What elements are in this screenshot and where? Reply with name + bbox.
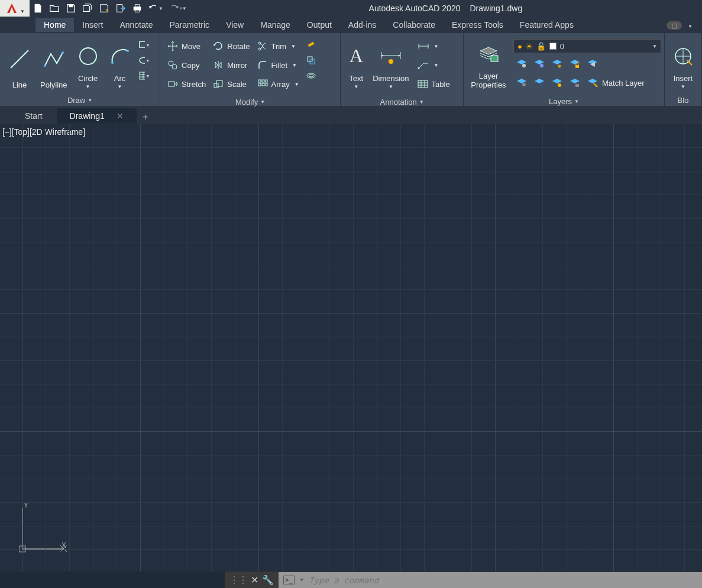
panel-annotation-title[interactable]: Annotation▼ <box>341 97 463 106</box>
scale-button[interactable]: Scale <box>211 76 252 92</box>
fillet-button[interactable]: Fillet▼ <box>255 57 302 73</box>
customize-icon[interactable]: 🔧 <box>262 574 274 586</box>
svg-point-19 <box>172 64 177 69</box>
tab-featured-apps[interactable]: Featured Apps <box>512 18 582 32</box>
new-icon[interactable] <box>30 0 46 17</box>
grip-icon[interactable]: ⋮⋮ <box>229 574 247 586</box>
saveas-icon[interactable] <box>96 0 112 17</box>
layer-lock-icon[interactable] <box>569 58 581 70</box>
viewport-label[interactable]: [–][Top][2D Wireframe] <box>2 127 85 137</box>
layer-uniso-icon[interactable] <box>533 77 545 89</box>
erase-icon[interactable] <box>305 39 317 51</box>
ellipse-icon[interactable]: ▼ <box>138 54 150 66</box>
svg-rect-44 <box>418 80 428 88</box>
stretch-button[interactable]: Stretch <box>165 76 208 92</box>
move-button[interactable]: Move <box>165 38 208 54</box>
print-icon[interactable] <box>129 0 145 17</box>
panel-layers-title[interactable]: Layers▼ <box>464 96 664 106</box>
layer-properties-button[interactable]: LayerProperties <box>467 35 510 92</box>
tab-express-tools[interactable]: Express Tools <box>444 18 512 32</box>
layer-properties-icon <box>477 38 500 72</box>
new-tab-button[interactable]: + <box>138 111 153 124</box>
save-icon[interactable] <box>63 0 79 17</box>
arc-button[interactable]: Arc ▼ <box>104 35 136 92</box>
layer-make-current-icon[interactable] <box>587 58 599 70</box>
array-button[interactable]: Array▼ <box>255 76 302 92</box>
dimension-button[interactable]: Dimension▼ <box>368 35 413 92</box>
tab-addins[interactable]: Add-ins <box>340 18 384 32</box>
open-icon[interactable] <box>46 0 63 17</box>
tab-collaborate[interactable]: Collaborate <box>384 18 444 32</box>
svg-rect-56 <box>575 84 579 87</box>
tab-start[interactable]: Start <box>12 108 56 124</box>
menu-bar: Home Insert Annotate Parametric View Man… <box>0 17 702 33</box>
search-pill-icon[interactable]: ▢ <box>667 21 682 30</box>
panel-modify-title[interactable]: Modify▼ <box>160 97 340 106</box>
tab-annotate[interactable]: Annotate <box>111 18 161 32</box>
chevron-down-icon: ▼ <box>20 9 25 14</box>
svg-point-51 <box>540 64 544 67</box>
layer-dropdown[interactable]: ● ☀ 🔓 0 ▼ <box>513 39 661 53</box>
close-icon[interactable]: ✕ <box>117 111 124 121</box>
saveall-icon[interactable] <box>79 0 96 17</box>
insert-block-button[interactable]: Insert▼ <box>668 35 698 92</box>
chevron-down-icon: ▼ <box>652 44 657 49</box>
text-button[interactable]: A Text▼ <box>344 35 368 92</box>
svg-rect-11 <box>140 41 145 47</box>
layer-freeze-icon[interactable] <box>551 58 563 70</box>
import-icon[interactable] <box>112 0 129 17</box>
circle-button[interactable]: Circle ▼ <box>72 35 104 92</box>
command-input[interactable] <box>309 576 697 585</box>
layer-iso-icon[interactable] <box>533 58 545 70</box>
panel-layers: LayerProperties ● ☀ 🔓 0 ▼ <box>464 33 665 106</box>
circle-icon <box>77 38 99 74</box>
rotate-button[interactable]: Rotate <box>211 38 252 54</box>
layer-on-icon[interactable] <box>516 77 528 89</box>
mirror-button[interactable]: Mirror <box>211 57 252 73</box>
panel-draw: Line Polyline Circle ▼ Arc ▼ ▼ ▼ ▼ Dr <box>0 33 160 106</box>
copy-button[interactable]: Copy <box>165 57 208 73</box>
tab-drawing1[interactable]: Drawing1 ✕ <box>57 108 137 124</box>
match-layer-button[interactable]: Match Layer <box>587 75 645 91</box>
app-menu-button[interactable]: ▼ <box>0 0 30 17</box>
svg-rect-31 <box>308 42 314 47</box>
hatch-icon[interactable]: ▼ <box>138 70 150 82</box>
leader-icon[interactable]: ▼ <box>415 57 452 73</box>
menu-dropdown-icon[interactable]: ▼ <box>688 24 693 29</box>
svg-point-7 <box>62 51 64 54</box>
tab-parametric[interactable]: Parametric <box>161 18 218 32</box>
undo-dropdown-icon[interactable]: ▼ <box>158 6 163 11</box>
chevron-down-icon: ▼ <box>118 84 122 89</box>
polyline-button[interactable]: Polyline <box>35 35 72 92</box>
tab-view[interactable]: View <box>218 18 252 32</box>
table-button[interactable]: Table <box>415 76 452 92</box>
layer-off-icon[interactable] <box>516 58 528 70</box>
svg-rect-2 <box>134 7 141 10</box>
svg-rect-30 <box>266 83 267 86</box>
trim-button[interactable]: Trim▼ <box>255 38 302 54</box>
line-icon <box>8 38 31 80</box>
close-command-icon[interactable]: ✕ <box>251 574 258 586</box>
explode-icon[interactable] <box>305 54 317 66</box>
layer-thaw-icon[interactable] <box>551 77 563 89</box>
tab-manage[interactable]: Manage <box>252 18 299 32</box>
svg-point-54 <box>540 83 544 86</box>
ucs-x-label: X <box>62 541 66 550</box>
offset-icon[interactable] <box>305 70 317 82</box>
tab-home[interactable]: Home <box>35 18 74 32</box>
tab-insert[interactable]: Insert <box>74 18 111 32</box>
chevron-down-icon[interactable]: ▼ <box>299 577 304 583</box>
svg-point-34 <box>307 73 315 78</box>
redo-dropdown-icon[interactable]: ▼ <box>179 6 183 11</box>
rectangle-icon[interactable]: ▼ <box>138 39 150 51</box>
tab-output[interactable]: Output <box>299 18 340 32</box>
command-prompt-icon: >_ <box>283 576 295 584</box>
app-name: Autodesk AutoCAD 2020 <box>369 4 461 13</box>
panel-draw-title[interactable]: Draw▼ <box>0 94 160 106</box>
line-button[interactable]: Line <box>4 35 35 92</box>
linear-icon[interactable]: ▼ <box>415 38 452 54</box>
ucs-icon[interactable]: Y X <box>17 502 70 555</box>
drawing-canvas[interactable]: [–][Top][2D Wireframe] Y X <box>0 124 702 571</box>
panel-block-title[interactable]: Blo <box>665 94 701 106</box>
layer-unlock-icon[interactable] <box>569 77 581 89</box>
